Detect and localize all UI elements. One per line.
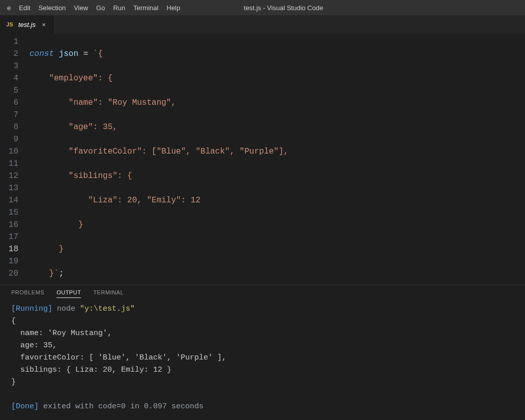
panel: PROBLEMS OUTPUT TERMINAL [Running] node …	[0, 285, 525, 420]
tab-problems[interactable]: PROBLEMS	[11, 289, 44, 298]
tab-label: test.js	[18, 21, 36, 28]
panel-tabs: PROBLEMS OUTPUT TERMINAL	[0, 285, 525, 302]
line-number: 15	[0, 206, 18, 219]
menu-help[interactable]: Help	[162, 2, 184, 14]
token: "siblings": {	[30, 171, 132, 181]
tabbar: JS test.js ×	[0, 15, 525, 34]
token: "age":	[30, 123, 103, 132]
line-number: 18	[0, 243, 18, 255]
output-text: seconds	[167, 402, 203, 411]
line-number: 13	[0, 182, 18, 194]
token: `	[54, 269, 59, 278]
token: }	[30, 245, 64, 254]
token: json	[59, 49, 78, 58]
token: 20	[127, 196, 137, 205]
editor[interactable]: 1 2 3 4 5 6 7 8 9 10 11 12 13 14 15 16 1…	[0, 34, 525, 285]
line-number: 12	[0, 170, 18, 182]
line-number: 2	[0, 48, 18, 60]
output-text: "y:\test.js"	[80, 305, 135, 313]
line-number: 11	[0, 158, 18, 170]
gutter: 1 2 3 4 5 6 7 8 9 10 11 12 13 14 15 16 1…	[0, 36, 30, 285]
line-number: 19	[0, 255, 18, 267]
close-icon[interactable]: ×	[40, 20, 48, 28]
menu-selection[interactable]: Selection	[35, 2, 70, 14]
line-number: 20	[0, 267, 18, 280]
output-text: favoriteColor: [ 'Blue', 'Black', 'Purpl…	[11, 353, 226, 362]
token: }	[30, 269, 54, 278]
menu-terminal[interactable]: Terminal	[129, 2, 162, 14]
output-tag: [Running]	[11, 305, 52, 313]
menu-file-fragment[interactable]: e	[3, 2, 15, 14]
line-number: 16	[0, 219, 18, 231]
output-body[interactable]: [Running] node "y:\test.js" { name: 'Roy…	[0, 302, 525, 420]
line-number: 14	[0, 194, 18, 206]
token: "Liza":	[30, 196, 127, 205]
token: =	[83, 49, 89, 58]
line-number: 7	[0, 109, 18, 121]
tab-test-js[interactable]: JS test.js ×	[0, 15, 53, 34]
output-text: 0.097	[144, 402, 167, 411]
menu-go[interactable]: Go	[92, 2, 109, 14]
menu-view[interactable]: View	[70, 2, 92, 14]
output-text: }	[11, 378, 16, 386]
output-text: name: 'Roy Mustang',	[11, 329, 112, 338]
code-area[interactable]: const json = `{ "employee": { "name": "R…	[30, 36, 525, 285]
line-number: 8	[0, 121, 18, 133]
menubar: e Edit Selection View Go Run Terminal He…	[0, 0, 525, 15]
token: "name": "Roy Mustang",	[30, 98, 176, 107]
menu-run[interactable]: Run	[109, 2, 129, 14]
token: 12	[191, 196, 200, 205]
output-text: age: 35,	[11, 341, 57, 350]
menu-edit[interactable]: Edit	[15, 2, 34, 14]
line-number: 10	[0, 145, 18, 158]
window-title: test.js - Visual Studio Code	[244, 4, 323, 12]
output-tag: [Done]	[11, 402, 39, 411]
tab-output[interactable]: OUTPUT	[56, 289, 81, 298]
token: 35	[103, 123, 112, 132]
js-file-icon: JS	[5, 21, 14, 28]
output-text: {	[11, 317, 16, 325]
token: , "Emily":	[137, 196, 191, 205]
output-text: node	[52, 305, 80, 313]
output-text: code=0	[98, 402, 126, 411]
line-number: 6	[0, 97, 18, 109]
token: ,	[112, 123, 118, 132]
line-number: 9	[0, 133, 18, 145]
token: }	[30, 220, 83, 229]
token: const	[30, 49, 54, 58]
token: {	[98, 49, 103, 58]
line-number: 17	[0, 231, 18, 243]
line-number: 3	[0, 60, 18, 72]
output-text: siblings: { Liza: 20, Emily: 12 }	[11, 366, 171, 374]
token: ;	[59, 269, 64, 278]
token: "favoriteColor": ["Blue", "Black", "Purp…	[30, 147, 288, 156]
token: "employee": {	[30, 74, 112, 83]
line-number: 5	[0, 84, 18, 97]
line-number: 1	[0, 36, 18, 48]
line-number: 4	[0, 72, 18, 84]
output-text: in	[126, 402, 144, 411]
tab-terminal[interactable]: TERMINAL	[93, 289, 124, 298]
output-text: exited with	[39, 402, 98, 411]
